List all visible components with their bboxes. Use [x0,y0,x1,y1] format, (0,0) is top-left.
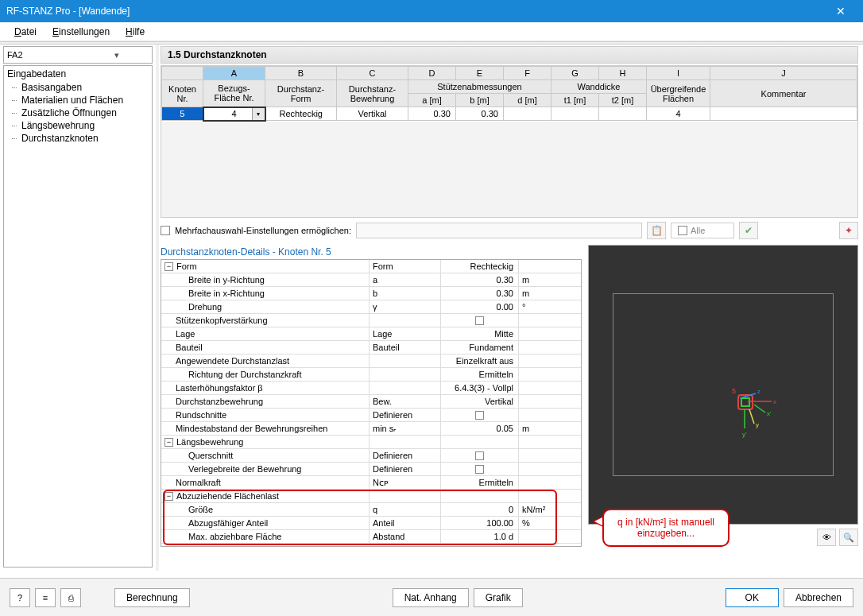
property-row[interactable]: DurchstanzbewehrungBew.Vertikal [161,395,581,409]
fa-selector[interactable]: FA2 ▾ [3,46,153,64]
col-D[interactable]: D [408,67,456,80]
col-C[interactable]: C [337,67,408,80]
print-icon[interactable]: ⎙ [60,588,81,607]
property-value[interactable] [441,409,519,421]
tree-item-materialien[interactable]: Materialien und Flächen [7,94,149,107]
property-row[interactable]: Stützenkopfverstärkung [161,314,581,327]
tree-item-durchstanzknoten[interactable]: Durchstanzknoten [7,132,149,145]
col-G[interactable]: G [551,67,599,80]
cell-t2[interactable] [599,107,647,121]
property-value[interactable]: Rechteckig [441,260,519,273]
property-value[interactable]: 0.00 [441,300,519,313]
col-F[interactable]: F [504,67,551,80]
property-value[interactable] [441,490,519,502]
checkbox[interactable] [475,451,484,460]
nat-anhang-button[interactable]: Nat. Anhang [393,588,469,607]
property-value[interactable]: Fundament [441,341,519,354]
abbrechen-button[interactable]: Abbrechen [784,588,853,607]
cell-t1[interactable] [551,107,599,121]
property-row[interactable]: Drehungγ0.00° [161,300,581,314]
col-H[interactable]: H [599,67,647,80]
property-value[interactable] [441,449,519,462]
collapse-icon[interactable]: − [164,262,173,271]
cell-uber[interactable]: 4 [647,107,710,121]
property-value[interactable]: 0.30 [441,287,519,300]
collapse-icon[interactable]: − [164,492,173,501]
property-value[interactable]: 0 [441,503,519,516]
help-icon[interactable]: ? [10,588,30,607]
property-row[interactable]: LageLageMitte [161,327,581,341]
col-E[interactable]: E [456,67,504,80]
menu-settings[interactable]: Einstellungen [45,25,118,39]
property-row[interactable]: Breite in x-Richtungb0.30m [161,287,581,300]
property-value[interactable]: Ermitteln [441,476,519,489]
col-I[interactable]: I [647,67,710,80]
property-value[interactable]: 6.4.3(3) - Vollpl [441,382,519,394]
property-value[interactable]: 0.30 [441,273,519,286]
property-row[interactable]: NormalkraftNᴄᴘErmitteln [161,476,581,490]
property-row[interactable]: Mindestabstand der Bewehrungsreihenmin s… [161,422,581,436]
property-row[interactable]: BauteilBauteilFundament [161,341,581,354]
multiselect-checkbox[interactable] [161,226,170,235]
checkbox[interactable] [475,316,484,325]
tree-root[interactable]: Eingabedaten [7,68,149,79]
checkbox[interactable] [475,411,484,420]
grafik-button[interactable]: Grafik [474,588,523,607]
property-value[interactable]: Vertikal [441,395,519,408]
cell-bew[interactable]: Vertikal [337,107,408,121]
property-value[interactable]: Ermitteln [441,368,519,381]
property-value[interactable] [441,463,519,475]
property-value[interactable]: Mitte [441,327,519,340]
cell-d[interactable] [504,107,551,121]
tree-item-basisangaben[interactable]: Basisangaben [7,81,149,94]
chevron-down-icon[interactable]: ▾ [252,108,265,120]
property-value[interactable]: Einzelkraft aus [441,354,519,367]
property-value[interactable]: 100.00 [441,517,519,529]
tree-item-oeffnungen[interactable]: Zusätzliche Öffnungen [7,107,149,119]
property-row[interactable]: −Längsbewehrung [161,436,581,449]
collapse-icon[interactable]: − [164,438,173,447]
checkbox[interactable] [475,465,484,474]
cell-b[interactable]: 0.30 [456,107,504,121]
close-icon[interactable]: ✕ [825,0,857,22]
main-grid[interactable]: A B C D E F G H I J KnotenNr. Bezugs-Flä… [161,65,858,218]
property-row[interactable]: RundschnitteDefinieren [161,409,581,422]
multiselect-field[interactable] [356,223,642,238]
check-icon[interactable]: ✔ [739,222,758,239]
eye-icon[interactable]: 👁 [817,529,836,546]
property-row[interactable]: Angewendete DurchstanzlastEinzelkraft au… [161,354,581,368]
property-value[interactable] [441,314,519,327]
property-value[interactable]: 0.05 [441,422,519,435]
property-value[interactable]: 1.0 d [441,530,519,543]
wand-icon[interactable]: ✦ [839,222,858,239]
preview-3d[interactable]: x x' y' y z 5 [588,245,858,525]
table-row[interactable]: 5 4▾ Rechteckig Vertikal 0.30 0.30 4 [162,107,857,121]
alle-checkbox[interactable]: Alle [671,223,734,238]
cell-a[interactable]: 0.30 [408,107,456,121]
property-row[interactable]: Max. abziehbare FlächeAbstand1.0 d [161,530,581,544]
cell-komm[interactable] [710,107,857,121]
col-J[interactable]: J [710,67,857,80]
berechnung-button[interactable]: Berechnung [114,588,190,607]
property-row[interactable]: Lasterhöhungsfaktor β6.4.3(3) - Vollpl [161,382,581,395]
tree-item-laengsbewehrung[interactable]: Längsbewehrung [7,119,149,132]
property-row[interactable]: QuerschnittDefinieren [161,449,581,463]
export-icon[interactable]: ≡ [35,588,56,607]
apply-icon[interactable]: 📋 [647,222,666,239]
cell-flaeche[interactable]: 4▾ [203,107,265,121]
property-row[interactable]: Breite in y-Richtunga0.30m [161,273,581,287]
menu-help[interactable]: Hilfe [118,25,153,39]
ok-button[interactable]: OK [726,588,779,607]
property-row[interactable]: Abzugsfähiger AnteilAnteil100.00% [161,517,581,530]
property-row[interactable]: Verlegebreite der BewehrungDefinieren [161,463,581,476]
property-row[interactable]: Richtung der DurchstanzkraftErmitteln [161,368,581,382]
property-row[interactable]: −Abzuziehende Flächenlast [161,490,581,503]
properties-grid[interactable]: −FormFormRechteckigBreite in y-Richtunga… [161,259,582,547]
zoom-icon[interactable]: 🔍 [839,529,858,546]
property-row[interactable]: −FormFormRechteckig [161,260,581,273]
col-A[interactable]: A [203,67,265,80]
property-row[interactable]: Größeq0kN/m² [161,503,581,517]
property-value[interactable] [441,436,519,448]
cell-form[interactable]: Rechteckig [265,107,337,121]
menu-file[interactable]: Datei [6,25,45,39]
